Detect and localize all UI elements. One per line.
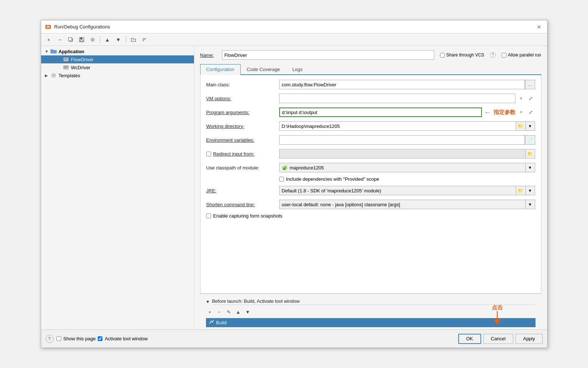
dialog-title: Run/Debug Configurations [54, 24, 535, 30]
working-dir-folder-button[interactable]: 📁 [516, 121, 526, 131]
include-deps-label: Include dependencies with "Provided" sco… [286, 176, 379, 182]
share-vcs-option[interactable]: Share through VCS [440, 52, 484, 58]
main-class-input[interactable] [279, 80, 525, 89]
env-vars-edit-button[interactable]: 📄 [525, 135, 535, 145]
before-launch-up-button[interactable]: ▲ [234, 308, 242, 316]
main-class-browse-button[interactable]: ... [525, 80, 535, 89]
tab-logs[interactable]: Logs [286, 64, 309, 75]
svg-rect-4 [69, 38, 72, 41]
jre-input[interactable] [279, 186, 516, 195]
args-add-button[interactable]: + [517, 108, 526, 117]
wcdriver-label: WcDriver [71, 65, 90, 70]
working-dir-input[interactable] [279, 121, 516, 131]
click-label: 点击 [492, 304, 503, 311]
module-icon: 🧩 [282, 165, 288, 171]
before-launch-down-button[interactable]: ▼ [244, 308, 252, 316]
flowdriver-icon [62, 56, 70, 62]
save-config-button[interactable] [77, 35, 86, 44]
main-class-value: ... [279, 80, 535, 89]
redirect-folder-button[interactable]: 📁 [526, 149, 535, 158]
redirect-label: Redirect input from: [213, 151, 257, 157]
allow-parallel-label: Allow parallel run [508, 52, 541, 58]
name-options-row: Name: Share through VCS ? Allow parallel… [200, 50, 541, 60]
left-panel: ▼ Application FlowDri [41, 46, 194, 329]
vm-expand-button[interactable]: ⤢ [526, 94, 535, 103]
annotation-text: 指定参数 [494, 109, 515, 116]
svg-rect-2 [47, 27, 49, 28]
tree-item-flowdriver[interactable]: FlowDriver [41, 55, 194, 63]
program-args-input[interactable] [279, 107, 482, 117]
classpath-dropdown-button[interactable]: ▼ [526, 163, 535, 172]
classpath-row: Use classpath of module: 🧩 mapreduce1205… [206, 163, 535, 173]
redirect-value: 📁 [279, 149, 535, 158]
allow-parallel-option[interactable]: Allow parallel run [502, 52, 541, 58]
enable-snapshots-checkbox[interactable] [206, 214, 211, 218]
jre-folder-button[interactable]: 📁 [516, 186, 526, 195]
bottom-right: 点击 OK Cancel Apply [458, 334, 543, 344]
include-deps-row: Include dependencies with "Provided" sco… [206, 176, 535, 182]
move-up-button[interactable]: ▲ [103, 35, 112, 44]
cancel-button[interactable]: Cancel [483, 334, 513, 344]
toolbar: + − ▲ ▼ + [41, 34, 547, 46]
settings-button[interactable] [88, 35, 97, 44]
add-config-button[interactable]: + [44, 35, 54, 44]
args-expand-row: + ⤢ [517, 108, 535, 117]
config-panel: Main class: ... VM options: + ⤢ [200, 75, 541, 294]
activate-tool-window-checkbox[interactable] [98, 336, 102, 341]
name-input[interactable] [222, 50, 435, 60]
classpath-label: Use classpath of module: [206, 165, 279, 171]
shorten-cmdline-value: ▼ [279, 200, 535, 209]
include-deps-checkbox[interactable] [279, 177, 284, 181]
flowdriver-label: FlowDriver [71, 57, 94, 62]
share-vcs-checkbox[interactable] [440, 53, 445, 58]
before-launch-collapse-icon[interactable]: ▼ [206, 300, 210, 304]
tab-configuration[interactable]: Configuration [200, 64, 241, 75]
close-button[interactable]: ✕ [535, 23, 544, 31]
vm-add-button[interactable]: + [517, 94, 526, 103]
before-launch-edit-button[interactable]: ✎ [225, 308, 233, 316]
working-dir-dropdown-button[interactable]: ▼ [526, 121, 535, 131]
show-page-checkbox[interactable] [57, 336, 61, 341]
jre-dropdown-button[interactable]: ▼ [526, 186, 535, 195]
apply-button[interactable]: Apply [515, 334, 543, 344]
move-down-button[interactable]: ▼ [114, 35, 123, 44]
svg-rect-7 [80, 40, 83, 42]
before-launch-add-button[interactable]: + [206, 308, 214, 316]
env-vars-label: Environment variables: [206, 137, 279, 143]
before-launch-title: Before launch: Build, Activate tool wind… [212, 298, 535, 305]
program-args-row: Program arguments: ← 指定参数 + ⤢ [206, 107, 535, 117]
tab-code-coverage[interactable]: Code Coverage [241, 64, 286, 75]
share-vcs-label: Share through VCS [446, 52, 484, 58]
expand-arrow-application: ▼ [45, 49, 50, 54]
copy-config-button[interactable] [66, 35, 75, 44]
allow-parallel-checkbox[interactable] [502, 53, 506, 58]
annotation-arrow-icon: ← [484, 108, 491, 117]
shorten-cmdline-row: Shorten command line: ▼ [206, 199, 535, 210]
ok-button[interactable]: OK [458, 334, 481, 344]
run-debug-dialog: Run/Debug Configurations ✕ + − ▲ ▼ + [41, 20, 548, 348]
tab-logs-label: Logs [292, 67, 303, 72]
bottom-bar: ? Show this page Activate tool window 点击… [41, 329, 547, 348]
enable-snapshots-row: Enable capturing form snapshots [206, 213, 535, 219]
vm-options-input[interactable] [279, 94, 515, 103]
env-vars-value: 📄 [279, 135, 535, 145]
tree-item-templates[interactable]: ▶ Templates [41, 71, 194, 79]
name-section: Name: [200, 50, 435, 60]
shorten-cmdline-dropdown-button[interactable]: ▼ [526, 200, 535, 209]
redirect-input[interactable] [279, 149, 526, 158]
redirect-checkbox[interactable] [206, 152, 211, 156]
env-vars-input[interactable] [279, 135, 525, 145]
help-button[interactable]: ? [46, 335, 54, 343]
tree-item-wcdriver[interactable]: WcDriver [41, 63, 194, 71]
before-launch-remove-button[interactable]: − [215, 308, 223, 316]
args-expand-button[interactable]: ⤢ [526, 108, 535, 117]
templates-label: Templates [59, 73, 80, 78]
build-row[interactable]: Build [206, 318, 536, 327]
tree-item-application[interactable]: ▼ Application [41, 47, 194, 55]
remove-config-button[interactable]: − [55, 35, 65, 44]
create-folder-button[interactable]: + [129, 35, 138, 44]
toolbar-sep-2 [126, 36, 126, 43]
sort-button[interactable] [140, 35, 149, 44]
tab-code-coverage-label: Code Coverage [247, 67, 280, 72]
shorten-cmdline-input[interactable] [279, 200, 526, 209]
